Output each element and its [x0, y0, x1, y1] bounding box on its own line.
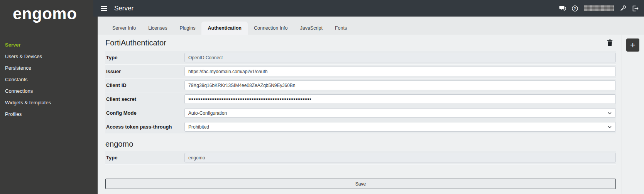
- client-secret-field[interactable]: [184, 94, 616, 104]
- field-label-engomo-type: Type: [105, 155, 184, 161]
- tab-fonts[interactable]: Fonts: [329, 22, 353, 35]
- section-title: FortiAuthenticator: [105, 38, 166, 47]
- tab-licenses[interactable]: Licenses: [142, 22, 173, 35]
- sidebar-item-connections[interactable]: Connections: [0, 85, 98, 97]
- tab-connection-info[interactable]: Connection Info: [248, 22, 294, 35]
- save-button[interactable]: Save: [105, 179, 616, 189]
- form-row-type: Type: [105, 51, 616, 65]
- config-mode-value: Auto-Configuration: [188, 110, 227, 116]
- client-id-field[interactable]: [184, 80, 616, 90]
- tab-javascript[interactable]: JavaScript: [294, 22, 329, 35]
- field-label-client-secret: Client secret: [105, 96, 184, 102]
- logout-icon[interactable]: [632, 5, 639, 12]
- sidebar-item-server[interactable]: Server: [0, 39, 98, 51]
- sidebar-item-persistence[interactable]: Persistence: [0, 62, 98, 74]
- hamburger-icon[interactable]: [101, 6, 107, 11]
- tab-server-info[interactable]: Server Info: [106, 22, 142, 35]
- sidebar-menu: Server Users & Devices Persistence Const…: [0, 39, 98, 120]
- access-token-value: Prohibited: [188, 124, 209, 130]
- type-field: [184, 53, 616, 62]
- content-area: FortiAuthenticator Type Issuer Client: [98, 35, 644, 194]
- key-icon[interactable]: [619, 5, 626, 12]
- redacted-username: [584, 5, 614, 11]
- topbar-actions: ?: [559, 5, 639, 12]
- add-provider-button[interactable]: +: [626, 38, 639, 52]
- config-mode-select[interactable]: Auto-Configuration: [184, 108, 616, 118]
- form-row-engomo-type: Type: [105, 151, 616, 165]
- section-title: engomo: [105, 140, 133, 149]
- tab-plugins[interactable]: Plugins: [173, 22, 201, 35]
- field-label-issuer: Issuer: [105, 69, 184, 74]
- sidebar-item-users-devices[interactable]: Users & Devices: [0, 51, 98, 62]
- help-icon[interactable]: ?: [571, 5, 578, 12]
- field-label-type: Type: [105, 55, 184, 60]
- section-header-fortiauthenticator: FortiAuthenticator: [105, 35, 616, 51]
- field-label-client-id: Client ID: [105, 82, 184, 88]
- sidebar-item-constants[interactable]: Constants: [0, 74, 98, 85]
- tab-authentication[interactable]: Authentication: [201, 22, 248, 35]
- sidebar: engomo Server Users & Devices Persistenc…: [0, 0, 98, 194]
- auth-settings-panel: FortiAuthenticator Type Issuer Client: [105, 35, 616, 189]
- page-title: Server: [114, 5, 134, 12]
- form-row-issuer: Issuer: [105, 65, 616, 79]
- form-row-access-token: Access token pass-through Prohibited: [105, 120, 616, 134]
- right-rail: +: [622, 35, 644, 194]
- engomo-type-field: [184, 153, 616, 162]
- section-header-engomo: engomo: [105, 137, 616, 151]
- svg-text:?: ?: [574, 6, 576, 10]
- chat-bubbles-icon[interactable]: [559, 5, 566, 12]
- field-label-config-mode: Config Mode: [105, 110, 184, 116]
- trash-icon: [607, 39, 613, 46]
- chevron-down-icon: [608, 112, 612, 114]
- form-row-client-secret: Client secret: [105, 92, 616, 106]
- issuer-field[interactable]: [184, 67, 616, 76]
- form-row-config-mode: Config Mode Auto-Configuration: [105, 106, 616, 120]
- tab-bar: Server Info Licenses Plugins Authenticat…: [98, 17, 644, 35]
- chevron-down-icon: [608, 126, 612, 128]
- access-token-select[interactable]: Prohibited: [184, 122, 616, 132]
- form-row-client-id: Client ID: [105, 79, 616, 92]
- topbar: Server ?: [93, 0, 644, 17]
- field-label-access-token: Access token pass-through: [105, 124, 184, 130]
- sidebar-item-profiles[interactable]: Profiles: [0, 109, 98, 120]
- sidebar-item-widgets-templates[interactable]: Widgets & templates: [0, 97, 98, 109]
- delete-provider-button[interactable]: [606, 38, 614, 47]
- engomo-logo: engomo: [0, 0, 98, 22]
